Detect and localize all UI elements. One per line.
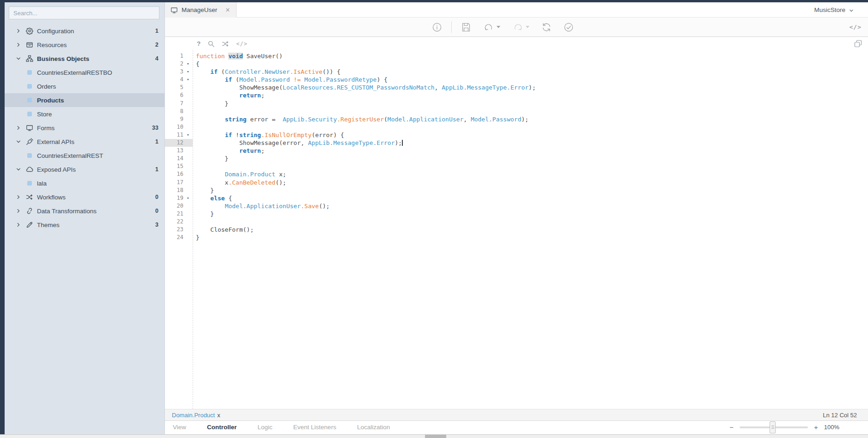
chevron-right-icon[interactable] [16, 222, 26, 228]
chevron-right-icon[interactable] [16, 42, 26, 48]
line-number: 6 [165, 91, 183, 99]
sidebar-item-store[interactable]: Store [5, 107, 164, 121]
sidebar-item-themes[interactable]: Themes3 [5, 218, 164, 232]
gutter-spacer [183, 147, 193, 155]
fold-marker-icon[interactable]: ▾ [183, 131, 193, 139]
code-line[interactable]: 22 [165, 218, 868, 226]
fold-marker-icon[interactable]: ▾ [183, 68, 193, 76]
tab-localization[interactable]: Localization [357, 424, 390, 431]
chevron-down-icon[interactable] [16, 56, 26, 61]
code-line[interactable]: 2▾{ [165, 60, 868, 68]
code-editor[interactable]: 1function void SaveUser()2▾{3▾ if (Contr… [165, 50, 868, 409]
restore-window-icon[interactable] [854, 39, 862, 48]
code-line[interactable]: 3▾ if (Controller.NewUser.IsActive()) { [165, 68, 868, 76]
project-selector[interactable]: MusicStore [814, 2, 854, 18]
code-line[interactable]: 19▾ else { [165, 194, 868, 202]
sidebar-item-orders[interactable]: Orders [5, 79, 164, 93]
fold-marker-icon[interactable]: ▾ [183, 60, 193, 68]
fold-marker-icon[interactable]: ▾ [183, 194, 193, 202]
code-line[interactable]: 24} [165, 234, 868, 241]
sidebar-item-forms[interactable]: Forms33 [5, 121, 164, 135]
code-line[interactable]: 23 CloseForm(); [165, 226, 868, 234]
gutter: 7 [165, 100, 193, 108]
zoom-level: 100% [824, 424, 839, 431]
code-line[interactable]: 15 [165, 162, 868, 170]
code-line[interactable]: 12 ShowMessage(error, AppLib.MessageType… [165, 139, 868, 147]
sidebar-item-label: Products [37, 97, 164, 104]
tab-controller[interactable]: Controller [207, 424, 237, 431]
sidebar-item-label: Resources [37, 42, 155, 48]
zoom-slider-handle[interactable] [770, 421, 776, 433]
shuffle-icon [26, 193, 37, 201]
sidebar-item-exposed-apis[interactable]: Exposed APIs1 [5, 162, 164, 176]
sidebar-item-products[interactable]: Products [5, 93, 164, 107]
gutter-spacer [183, 123, 193, 131]
zoom-out-button[interactable]: − [729, 423, 734, 431]
tab-event-listeners[interactable]: Event Listeners [293, 424, 336, 431]
chevron-down-icon[interactable] [16, 139, 26, 144]
code-line[interactable]: 7 } [165, 100, 868, 108]
code-line[interactable]: 8 [165, 108, 868, 115]
chevron-right-icon[interactable] [16, 194, 26, 200]
sidebar-item-data-transformations[interactable]: Data Transformations0 [5, 204, 164, 218]
dropdown-caret-icon[interactable] [526, 26, 529, 28]
sidebar-item-label: Themes [37, 222, 155, 228]
code-line[interactable]: 18 } [165, 186, 868, 194]
shuffle-icon[interactable] [222, 40, 229, 48]
code-line[interactable]: 5 ShowMessage(LocalResources.RES_CUSTOM_… [165, 84, 868, 91]
code-line[interactable]: 16 Domain.Product x; [165, 170, 868, 178]
fold-marker-icon[interactable]: ▾ [183, 76, 193, 84]
code-text: } [193, 186, 214, 194]
chevron-right-icon[interactable] [16, 125, 26, 131]
refresh-button[interactable] [541, 22, 552, 32]
sidebar-item-lala[interactable]: lala [5, 176, 164, 190]
sidebar-item-countriesexternalrest[interactable]: CountriesExternalREST [5, 149, 164, 162]
code-line[interactable]: 9 string error = AppLib.Security.Registe… [165, 115, 868, 123]
sidebar-item-resources[interactable]: Resources2 [5, 38, 164, 52]
code-line[interactable]: 13 return; [165, 147, 868, 155]
sidebar-item-configuration[interactable]: Configuration1 [5, 24, 164, 38]
code-line[interactable]: 10 [165, 123, 868, 131]
code-line[interactable]: 4▾ if (Model.Password != Model.PasswordR… [165, 76, 868, 84]
sidebar-item-workflows[interactable]: Workflows0 [5, 190, 164, 204]
scrollbar-thumb[interactable] [425, 435, 446, 438]
code-line[interactable]: 20 Model.ApplicationUser.Save(); [165, 202, 868, 210]
info-button[interactable] [432, 22, 442, 32]
gutter: 6 [165, 91, 193, 99]
code-panel-icon[interactable]: </> [850, 24, 862, 30]
zoom-slider[interactable] [740, 426, 808, 428]
horizontal-scrollbar[interactable] [0, 434, 868, 438]
code-line[interactable]: 21 } [165, 210, 868, 218]
gutter: 21 [165, 210, 193, 218]
code-icon[interactable]: </> [236, 41, 248, 47]
code-line[interactable]: 11▾ if !string.IsNullOrEmpty(error) { [165, 131, 868, 139]
chevron-right-icon[interactable] [16, 208, 26, 214]
sidebar-item-countriesexternalrestbo[interactable]: CountriesExternalRESTBO [5, 66, 164, 79]
dropdown-caret-icon[interactable] [497, 26, 500, 28]
save-icon [461, 22, 471, 32]
search-icon[interactable] [207, 40, 215, 48]
code-line[interactable]: 6 return; [165, 91, 868, 99]
help-icon[interactable]: ? [197, 40, 200, 47]
save-button[interactable] [461, 22, 471, 32]
search-input[interactable] [9, 6, 159, 19]
chevron-down-icon[interactable] [16, 167, 26, 172]
zoom-in-button[interactable]: + [814, 423, 818, 431]
item-count-badge: 0 [155, 208, 158, 214]
sidebar-item-business-objects[interactable]: Business Objects4 [5, 52, 164, 66]
tab-logic[interactable]: Logic [258, 424, 273, 431]
validate-button[interactable] [564, 22, 574, 32]
context-hint: Domain.Product x [165, 412, 220, 419]
close-tab-icon[interactable]: × [225, 6, 230, 14]
tab-view[interactable]: View [173, 424, 186, 431]
context-type[interactable]: Domain.Product [172, 412, 215, 419]
code-line[interactable]: 1function void SaveUser() [165, 52, 868, 60]
undo-button[interactable] [483, 22, 500, 32]
gutter-spacer [183, 186, 193, 194]
chevron-right-icon[interactable] [16, 28, 26, 34]
sidebar-item-external-apis[interactable]: External APIs1 [5, 135, 164, 149]
redo-button[interactable] [512, 22, 529, 32]
tab-manageuser[interactable]: ManageUser × [165, 2, 237, 18]
code-line[interactable]: 17 x.CanBeDeleted(); [165, 179, 868, 186]
code-line[interactable]: 14 } [165, 155, 868, 162]
